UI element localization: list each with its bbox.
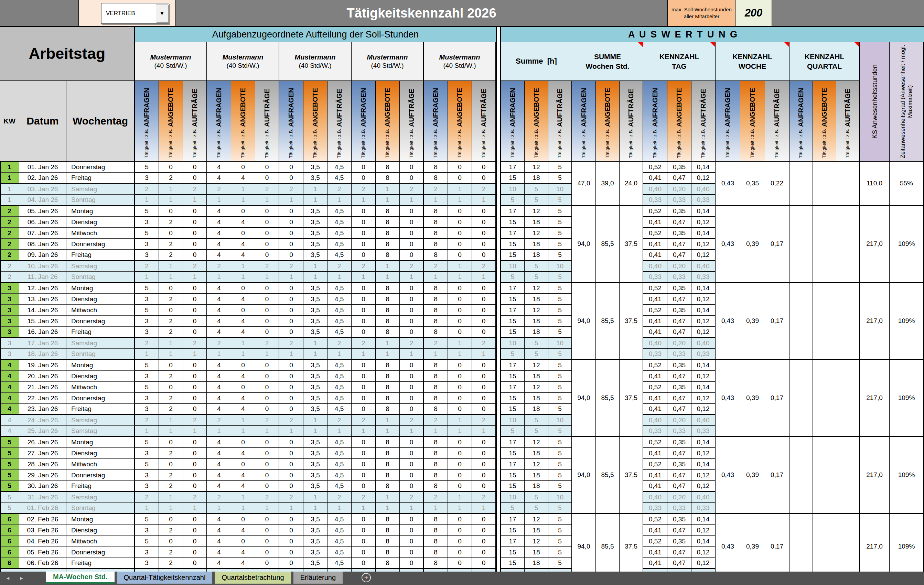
task-value-cell[interactable]: 0	[472, 217, 496, 228]
kennzahl-tag-cell[interactable]: 0,41	[643, 393, 667, 404]
zeitanwesenheitsgrad-cell[interactable]: 55%	[889, 161, 924, 206]
weekday-cell[interactable]: Samstag	[66, 426, 135, 437]
kennzahl-tag-cell[interactable]: 0,35	[667, 161, 691, 173]
task-value-cell[interactable]: 2	[207, 569, 231, 572]
column-header-aufträge[interactable]: Tätigkeit : z.B.AUFTRÄGE	[691, 81, 716, 161]
task-value-cell[interactable]: 0	[159, 283, 183, 294]
task-value-cell[interactable]: 0	[400, 228, 424, 239]
task-value-cell[interactable]: 2	[424, 338, 448, 349]
ks-anwesenheit-cell[interactable]: 110,0	[860, 161, 889, 206]
date-cell[interactable]: 17. Jan 26	[19, 338, 66, 349]
task-value-cell[interactable]: 1	[279, 426, 304, 437]
kennzahl-tag-cell[interactable]: 0,12	[691, 448, 716, 459]
divider-cell[interactable]	[496, 503, 501, 514]
sheet-tab-4[interactable]: Erläuterung	[294, 572, 343, 583]
task-value-cell[interactable]: 4,5	[327, 161, 351, 173]
task-value-cell[interactable]: 1	[472, 272, 496, 283]
task-value-cell[interactable]: 2	[183, 338, 207, 349]
kennzahl-tag-cell[interactable]: 0,47	[667, 327, 691, 338]
task-value-cell[interactable]: 1	[255, 272, 279, 283]
summe-h-cell[interactable]: 5	[548, 404, 572, 415]
task-value-cell[interactable]: 0	[448, 547, 472, 558]
task-value-cell[interactable]: 1	[255, 503, 279, 514]
task-value-cell[interactable]: 0	[448, 536, 472, 547]
date-cell[interactable]: 22. Jan 26	[19, 393, 66, 404]
summe-h-cell[interactable]: 5	[548, 327, 572, 338]
task-value-cell[interactable]: 3,5	[304, 393, 327, 404]
task-value-cell[interactable]: 4	[231, 239, 255, 250]
weekday-cell[interactable]: Donnerstag	[66, 393, 135, 404]
summe-h-cell[interactable]: 5	[548, 194, 572, 206]
task-value-cell[interactable]: 0	[231, 161, 255, 173]
date-cell[interactable]: 14. Jan 26	[19, 305, 66, 316]
task-value-cell[interactable]: 0	[255, 536, 279, 547]
task-value-cell[interactable]: 5	[135, 228, 159, 239]
summe-h-cell[interactable]: 10	[501, 338, 525, 349]
task-value-cell[interactable]: 1	[183, 503, 207, 514]
task-value-cell[interactable]: 0	[279, 481, 304, 492]
task-value-cell[interactable]: 0	[448, 459, 472, 470]
task-value-cell[interactable]: 3	[135, 404, 159, 415]
kw-cell[interactable]: 6	[0, 547, 19, 558]
task-value-cell[interactable]: 1	[327, 426, 351, 437]
task-value-cell[interactable]: 5	[135, 206, 159, 217]
task-value-cell[interactable]: 8	[376, 514, 400, 525]
summe-h-cell[interactable]: 18	[525, 481, 548, 492]
kw-cell[interactable]: 3	[0, 349, 19, 360]
task-value-cell[interactable]: 3,5	[304, 217, 327, 228]
kennzahl-woche-cell[interactable]: 0,17	[765, 206, 789, 283]
task-value-cell[interactable]: 0	[448, 360, 472, 371]
date-cell[interactable]: 16. Jan 26	[19, 327, 66, 338]
task-value-cell[interactable]: 1	[304, 415, 327, 426]
task-value-cell[interactable]: 0	[448, 371, 472, 382]
task-value-cell[interactable]: 2	[183, 492, 207, 503]
task-value-cell[interactable]: 0	[255, 283, 279, 294]
column-header-aufträge[interactable]: Tätigkeit : z.B.AUFTRÄGE	[836, 81, 860, 161]
task-value-cell[interactable]: 0	[472, 316, 496, 327]
task-value-cell[interactable]: 0	[183, 481, 207, 492]
kennzahl-quartal-cell[interactable]	[813, 514, 836, 572]
ks-anwesenheit-cell[interactable]: 217,0	[860, 283, 889, 360]
task-value-cell[interactable]: 2	[424, 415, 448, 426]
column-zeitanwesenheitsgrad[interactable]: Zeitanwesenheitsgrad (Anwesenheit / mögl…	[889, 42, 924, 161]
kennzahl-quartal-cell[interactable]	[813, 437, 836, 514]
summe-h-cell[interactable]: 12	[525, 228, 548, 239]
task-value-cell[interactable]: 5	[135, 536, 159, 547]
task-value-cell[interactable]: 3,5	[304, 239, 327, 250]
task-value-cell[interactable]: 8	[424, 206, 448, 217]
task-value-cell[interactable]: 0	[351, 514, 376, 525]
kennzahl-tag-cell[interactable]: 0,52	[643, 206, 667, 217]
task-value-cell[interactable]: 8	[376, 448, 400, 459]
task-value-cell[interactable]: 2	[279, 569, 304, 572]
task-value-cell[interactable]: 0	[255, 228, 279, 239]
task-value-cell[interactable]: 8	[376, 558, 400, 569]
task-value-cell[interactable]: 0	[279, 217, 304, 228]
summe-h-cell[interactable]: 5	[548, 250, 572, 261]
kennzahl-tag-cell[interactable]: 0,41	[643, 217, 667, 228]
task-value-cell[interactable]: 0	[472, 206, 496, 217]
task-value-cell[interactable]: 1	[159, 261, 183, 272]
task-value-cell[interactable]: 1	[304, 261, 327, 272]
kennzahl-tag-cell[interactable]: 0,33	[691, 272, 716, 283]
task-value-cell[interactable]: 1	[351, 426, 376, 437]
task-value-cell[interactable]: 0	[255, 371, 279, 382]
kennzahl-tag-cell[interactable]: 0,35	[667, 437, 691, 448]
summe-h-cell[interactable]: 5	[501, 349, 525, 360]
task-value-cell[interactable]: 8	[424, 305, 448, 316]
task-value-cell[interactable]: 4,5	[327, 239, 351, 250]
task-value-cell[interactable]: 3	[135, 371, 159, 382]
task-value-cell[interactable]: 0	[231, 382, 255, 393]
task-value-cell[interactable]: 0	[231, 437, 255, 448]
task-value-cell[interactable]: 0	[279, 437, 304, 448]
task-value-cell[interactable]: 2	[159, 525, 183, 536]
task-value-cell[interactable]: 4,5	[327, 283, 351, 294]
summe-h-cell[interactable]: 5	[525, 194, 548, 206]
task-value-cell[interactable]: 1	[376, 492, 400, 503]
task-value-cell[interactable]: 0	[351, 250, 376, 261]
task-value-cell[interactable]: 4,5	[327, 536, 351, 547]
task-value-cell[interactable]: 0	[448, 437, 472, 448]
task-value-cell[interactable]: 0	[183, 228, 207, 239]
task-value-cell[interactable]: 4,5	[327, 437, 351, 448]
divider-cell[interactable]	[496, 371, 501, 382]
date-cell[interactable]: 13. Jan 26	[19, 294, 66, 305]
